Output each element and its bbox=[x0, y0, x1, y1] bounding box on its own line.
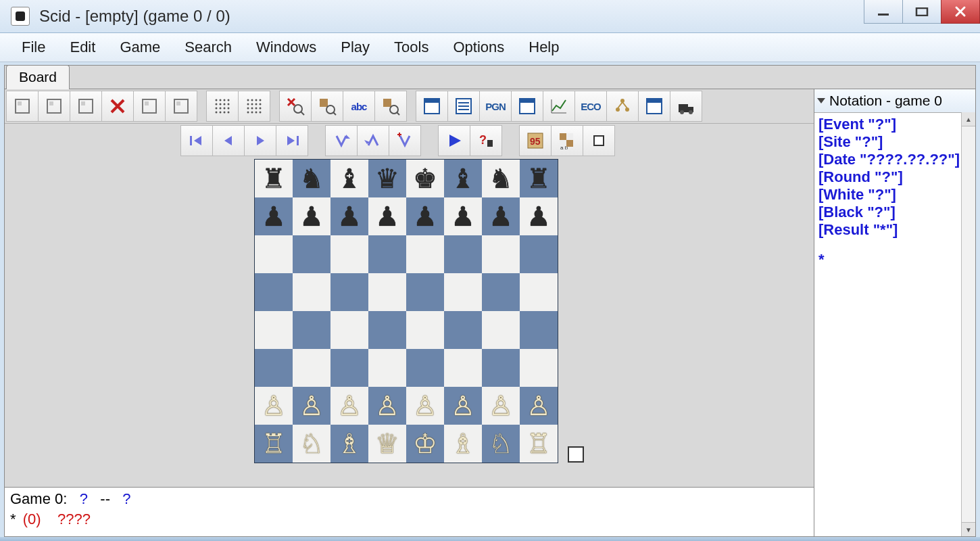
square-a3[interactable] bbox=[255, 349, 293, 387]
piece-P[interactable]: ♙ bbox=[262, 392, 286, 419]
menu-tools[interactable]: Tools bbox=[382, 36, 441, 59]
piece-p[interactable]: ♟ bbox=[337, 203, 362, 230]
piece-B[interactable]: ♗ bbox=[337, 430, 362, 457]
tb-find-abc[interactable]: abc bbox=[343, 91, 375, 122]
menu-game[interactable]: Game bbox=[107, 36, 172, 59]
notation-scrollbar[interactable]: ▲ ▼ bbox=[961, 112, 975, 536]
square-c2[interactable]: ♙ bbox=[330, 387, 368, 425]
tb-panel-engine[interactable] bbox=[670, 91, 702, 122]
nav-nav-prev[interactable] bbox=[212, 125, 245, 156]
tb-cut[interactable] bbox=[101, 91, 134, 122]
square-g7[interactable]: ♟ bbox=[482, 197, 520, 235]
square-g6[interactable] bbox=[482, 235, 520, 273]
square-b2[interactable]: ♙ bbox=[293, 387, 330, 425]
square-e4[interactable] bbox=[406, 311, 444, 349]
menu-file[interactable]: File bbox=[9, 36, 57, 59]
square-h1[interactable]: ♖ bbox=[520, 425, 558, 463]
piece-P[interactable]: ♙ bbox=[337, 392, 362, 419]
square-g4[interactable] bbox=[482, 311, 520, 349]
maximize-button[interactable] bbox=[902, 0, 941, 24]
piece-P[interactable]: ♙ bbox=[526, 392, 551, 419]
square-g5[interactable] bbox=[482, 273, 520, 311]
square-a6[interactable] bbox=[255, 235, 293, 273]
tb-panel-1[interactable] bbox=[416, 91, 448, 122]
square-e1[interactable]: ♔ bbox=[406, 425, 444, 463]
nav-stamp[interactable]: 95 bbox=[519, 125, 552, 156]
tb-panel-eco[interactable]: ECO bbox=[574, 91, 607, 122]
tb-find-fig[interactable] bbox=[374, 91, 407, 122]
piece-p[interactable]: ♟ bbox=[489, 203, 513, 230]
square-c8[interactable]: ♝ bbox=[330, 160, 368, 197]
nav-var-down[interactable] bbox=[325, 125, 358, 156]
square-f5[interactable] bbox=[444, 273, 482, 311]
square-a5[interactable] bbox=[255, 273, 293, 311]
square-f8[interactable]: ♝ bbox=[444, 160, 482, 197]
square-c7[interactable]: ♟ bbox=[330, 197, 368, 235]
square-c6[interactable] bbox=[330, 235, 368, 273]
nav-mini1[interactable]: a b bbox=[551, 125, 583, 156]
square-h3[interactable] bbox=[520, 349, 558, 387]
square-e2[interactable]: ♙ bbox=[406, 387, 444, 425]
square-e8[interactable]: ♚ bbox=[406, 160, 444, 197]
tb-flip[interactable] bbox=[165, 91, 197, 122]
piece-P[interactable]: ♙ bbox=[451, 392, 475, 419]
notation-body[interactable]: [Event "?"][Site "?"][Date "????.??.??"]… bbox=[814, 113, 975, 536]
piece-R[interactable]: ♖ bbox=[262, 430, 286, 457]
square-d5[interactable] bbox=[368, 273, 406, 311]
tb-open[interactable] bbox=[38, 91, 70, 122]
square-e7[interactable]: ♟ bbox=[406, 197, 444, 235]
menu-options[interactable]: Options bbox=[441, 36, 516, 59]
nav-var-add[interactable] bbox=[389, 125, 421, 156]
piece-K[interactable]: ♔ bbox=[413, 430, 437, 457]
square-g1[interactable]: ♘ bbox=[482, 425, 520, 463]
tb-panel-8[interactable] bbox=[638, 91, 670, 122]
square-f6[interactable] bbox=[444, 235, 482, 273]
piece-p[interactable]: ♟ bbox=[375, 203, 399, 230]
tb-panel-4[interactable] bbox=[511, 91, 543, 122]
square-d4[interactable] bbox=[368, 311, 406, 349]
notation-header[interactable]: Notation - game 0 bbox=[814, 89, 975, 113]
piece-r[interactable]: ♜ bbox=[526, 165, 551, 192]
square-b3[interactable] bbox=[293, 349, 330, 387]
piece-N[interactable]: ♘ bbox=[299, 430, 324, 457]
tb-new-game[interactable] bbox=[6, 91, 39, 122]
square-a8[interactable]: ♜ bbox=[255, 160, 293, 197]
piece-n[interactable]: ♞ bbox=[489, 165, 513, 192]
square-d6[interactable] bbox=[368, 235, 406, 273]
piece-R[interactable]: ♖ bbox=[526, 430, 551, 457]
square-g3[interactable] bbox=[482, 349, 520, 387]
square-f3[interactable] bbox=[444, 349, 482, 387]
square-d1[interactable]: ♕ bbox=[368, 425, 406, 463]
chess-board[interactable]: ♜♞♝♛♚♝♞♜♟♟♟♟♟♟♟♟♙♙♙♙♙♙♙♙♖♘♗♕♔♗♘♖ bbox=[254, 159, 558, 463]
square-a1[interactable]: ♖ bbox=[255, 425, 293, 463]
square-f2[interactable]: ♙ bbox=[444, 387, 482, 425]
piece-p[interactable]: ♟ bbox=[262, 203, 286, 230]
square-h8[interactable]: ♜ bbox=[520, 160, 558, 197]
square-h6[interactable] bbox=[520, 235, 558, 273]
square-g8[interactable]: ♞ bbox=[482, 160, 520, 197]
tab-board[interactable]: Board bbox=[6, 65, 70, 89]
tb-panel-pgn[interactable]: PGN bbox=[479, 91, 512, 122]
square-b8[interactable]: ♞ bbox=[293, 160, 330, 197]
piece-p[interactable]: ♟ bbox=[299, 203, 324, 230]
square-e6[interactable] bbox=[406, 235, 444, 273]
nav-nav-first[interactable] bbox=[180, 125, 213, 156]
square-b5[interactable] bbox=[293, 273, 330, 311]
square-c1[interactable]: ♗ bbox=[330, 425, 368, 463]
square-a4[interactable] bbox=[255, 311, 293, 349]
piece-P[interactable]: ♙ bbox=[375, 392, 399, 419]
square-d8[interactable]: ♛ bbox=[368, 160, 406, 197]
square-b7[interactable]: ♟ bbox=[293, 197, 330, 235]
nav-mini2[interactable] bbox=[583, 125, 615, 156]
square-e5[interactable] bbox=[406, 273, 444, 311]
square-c3[interactable] bbox=[330, 349, 368, 387]
square-f4[interactable] bbox=[444, 311, 482, 349]
piece-P[interactable]: ♙ bbox=[489, 392, 513, 419]
square-h4[interactable] bbox=[520, 311, 558, 349]
tb-dots-left[interactable] bbox=[206, 91, 239, 122]
piece-P[interactable]: ♙ bbox=[299, 392, 324, 419]
square-d3[interactable] bbox=[368, 349, 406, 387]
square-e3[interactable] bbox=[406, 349, 444, 387]
tb-print[interactable] bbox=[133, 91, 166, 122]
nav-nav-next[interactable] bbox=[244, 125, 276, 156]
